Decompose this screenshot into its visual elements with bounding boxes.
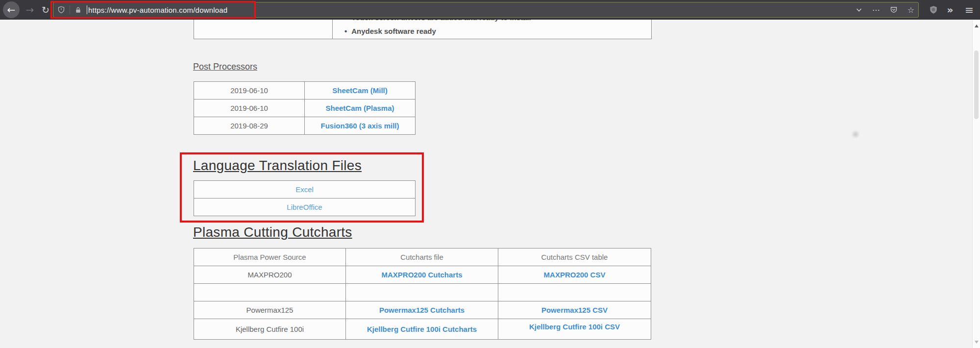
download-link-fusion360[interactable]: Fusion360 (3 axis mill) (320, 122, 399, 130)
column-header: Cutcharts file (346, 249, 498, 266)
pocket-icon[interactable] (890, 6, 898, 14)
download-link-sheetcam-plasma[interactable]: SheetCam (Plasma) (325, 104, 394, 112)
reload-button[interactable]: ↻ (38, 0, 53, 20)
intro-table: Touch screen drivers are added and ready… (194, 20, 652, 39)
empty-cell (194, 284, 346, 301)
download-link-kjellberg-cutcharts[interactable]: Kjellberg Cutfire 100i Cutcharts (367, 325, 477, 333)
browser-toolbar: ← → ↻ https://www.pv-automation.com/down… (0, 0, 980, 20)
page-actions-icon[interactable]: ⋯ (872, 5, 880, 15)
overflow-chevrons-icon[interactable]: » (942, 0, 958, 20)
table-header-row: Plasma Power Source Cutcharts file Cutch… (194, 249, 651, 266)
menu-hamburger-icon[interactable]: ≡ (959, 0, 979, 20)
post-processors-table: 2019-06-10 SheetCam (Mill) 2019-06-10 Sh… (194, 81, 416, 135)
table-row: 2019-06-10 SheetCam (Mill) (194, 82, 416, 99)
power-source: MAXPRO200 (194, 266, 346, 284)
column-header: Cutcharts CSV table (498, 249, 651, 266)
post-processors-heading: Post Processors (193, 62, 257, 72)
power-source: Kjellberg Cutfire 100i (194, 319, 346, 340)
download-link-powermax125-cutcharts[interactable]: Powermax125 Cutcharts (379, 306, 465, 314)
lock-icon[interactable] (74, 6, 82, 14)
download-link-maxpro200-csv[interactable]: MAXPRO200 CSV (544, 271, 606, 279)
table-row: Powermax125 Powermax125 Cutcharts Powerm… (194, 301, 651, 319)
cutcharts-table: Plasma Power Source Cutcharts file Cutch… (194, 248, 651, 340)
table-row: LibreOffice (194, 199, 416, 216)
table-row: Kjellberg Cutfire 100i Kjellberg Cutfire… (194, 319, 651, 340)
table-row: 2019-06-10 SheetCam (Plasma) (194, 99, 416, 117)
scroll-up-arrow-icon[interactable] (975, 25, 979, 27)
empty-cell (346, 284, 498, 301)
cutcharts-heading: Plasma Cutting Cutcharts (193, 224, 352, 240)
url-text[interactable]: https://www.pv-automation.com/download (88, 6, 227, 14)
web-page: Touch screen drivers are added and ready… (0, 20, 972, 348)
scroll-down-arrow-icon[interactable] (975, 341, 979, 344)
back-button[interactable]: ← (3, 1, 20, 18)
download-link-kjellberg-csv[interactable]: Kjellberg Cutfire 100i CSV (529, 323, 620, 331)
extension-shield-icon[interactable] (925, 0, 942, 20)
column-header: Plasma Power Source (194, 249, 346, 266)
language-files-table: Excel LibreOffice (194, 180, 416, 216)
download-link-libreoffice[interactable]: LibreOffice (287, 203, 322, 211)
release-date: 2019-06-10 (194, 82, 305, 99)
url-bar[interactable]: https://www.pv-automation.com/download ⋯… (53, 2, 919, 18)
table-row: MAXPRO200 MAXPRO200 Cutcharts MAXPRO200 … (194, 266, 651, 284)
tracking-protection-shield-icon[interactable] (57, 6, 65, 14)
forward-button[interactable]: → (23, 0, 37, 20)
vertical-scrollbar[interactable] (972, 20, 980, 348)
table-row: 2019-08-29 Fusion360 (3 axis mill) (194, 117, 416, 135)
faint-dot-artifact (851, 130, 860, 139)
urlbar-divider (70, 5, 70, 14)
intro-table-left-cell (194, 20, 333, 39)
table-row: Excel (194, 181, 416, 199)
release-date: 2019-06-10 (194, 99, 305, 117)
bookmark-star-icon[interactable]: ☆ (907, 5, 914, 15)
language-translation-heading: Language Translation Files (193, 158, 362, 174)
text-caret (87, 5, 87, 14)
chevron-down-icon[interactable] (856, 6, 862, 13)
empty-cell (498, 284, 651, 301)
scrollbar-thumb[interactable] (974, 50, 979, 119)
download-link-maxpro200-cutcharts[interactable]: MAXPRO200 Cutcharts (381, 271, 462, 279)
download-link-powermax125-csv[interactable]: Powermax125 CSV (541, 306, 608, 314)
download-link-excel[interactable]: Excel (295, 185, 314, 194)
bullet-item: Touch screen drivers are added and ready… (344, 20, 531, 22)
release-date: 2019-08-29 (194, 117, 305, 135)
bullet-item: Anydesk software ready (344, 26, 531, 36)
power-source: Powermax125 (194, 301, 346, 319)
intro-table-bullets-cell: Touch screen drivers are added and ready… (333, 20, 651, 39)
table-row-empty (194, 284, 651, 301)
download-link-sheetcam-mill[interactable]: SheetCam (Mill) (332, 86, 388, 95)
